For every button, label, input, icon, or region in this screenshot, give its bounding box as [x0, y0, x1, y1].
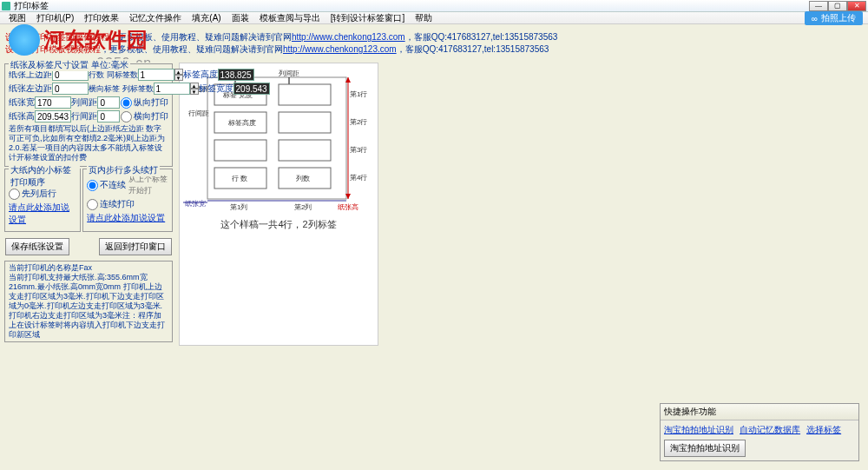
col-gap-input[interactable] — [97, 96, 120, 109]
row-gap-input[interactable] — [97, 110, 120, 122]
svg-text:第1行: 第1行 — [350, 90, 367, 98]
quick-actions-panel: 快捷操作功能 淘宝拍拍地址识别 自动记忆数据库 选择标签 淘宝拍拍地址识别 — [660, 403, 859, 461]
return-print-window-button[interactable]: 返回到打印窗口 — [99, 238, 172, 255]
quick-link-taobao[interactable]: 淘宝拍拍地址识别 — [664, 425, 733, 434]
no-continue-radio[interactable] — [87, 180, 98, 191]
menu-face[interactable]: 面装 — [227, 12, 254, 24]
svg-text:标签高度: 标签高度 — [227, 119, 256, 127]
menu-view[interactable]: 视图 — [3, 12, 31, 24]
print-order-group: 大纸内的小标签打印顺序 先行后列 先列后行 请点此处添加说设置 — [4, 169, 81, 232]
svg-rect-10 — [279, 84, 331, 105]
menu-print-effect[interactable]: 打印效果 — [79, 12, 124, 24]
paper-height-input[interactable] — [35, 110, 71, 122]
minimize-button[interactable]: — — [809, 1, 828, 11]
svg-text:第2行: 第2行 — [350, 118, 367, 126]
quick-taobao-button[interactable]: 淘宝拍拍地址识别 — [664, 440, 746, 457]
tag-height-input[interactable] — [218, 69, 254, 81]
paper-left-margin-input[interactable] — [52, 83, 89, 95]
quick-link-memory-db[interactable]: 自动记忆数据库 — [740, 425, 800, 434]
landscape-radio[interactable] — [121, 111, 132, 122]
cols-input[interactable] — [154, 83, 190, 95]
svg-rect-13 — [214, 140, 266, 161]
svg-text:纸张宽: 纸张宽 — [185, 200, 206, 208]
upload-photo-button[interactable]: ∞ 拍照上传 — [805, 11, 863, 25]
help-text: 设计、打印标签的操作教程，更多模板、使用教程、疑难问题解决请到官网http://… — [5, 31, 557, 56]
menu-template-export[interactable]: 模板查阅与导出 — [254, 12, 326, 24]
rows-input[interactable] — [138, 69, 174, 81]
continue-print-group: 页内步行多头续打 不连续 从上个标签开始打 连续打印 请点此处添加说设置 — [82, 169, 173, 232]
diagram-caption: 这个样稿一共4行，2列标签 — [183, 218, 374, 231]
paper-label-size-group: 纸张及标签尺寸设置 单位:毫米 纸张上边距 行数 同标签数 ▲▼ 标签高度 纸张… — [4, 63, 173, 167]
save-paper-settings-button[interactable]: 保存纸张设置 — [5, 238, 69, 255]
share-icon: ∞ — [812, 14, 818, 23]
window-title: 打印标签 — [14, 0, 49, 12]
quick-link-select-label[interactable]: 选择标签 — [806, 425, 841, 434]
continue-settings-link[interactable]: 请点此处添加说设置 — [87, 212, 165, 224]
svg-text:行间距: 行间距 — [188, 109, 209, 117]
quick-panel-title: 快捷操作功能 — [661, 404, 858, 420]
order-col-first-radio[interactable] — [9, 189, 20, 200]
menu-printer[interactable]: 打印机(P) — [31, 12, 79, 24]
svg-text:行 数: 行 数 — [232, 175, 247, 182]
svg-text:纸张高: 纸张高 — [338, 203, 358, 211]
paper-width-input[interactable] — [35, 96, 71, 109]
portrait-radio[interactable] — [121, 97, 132, 109]
svg-rect-14 — [279, 140, 331, 161]
svg-rect-12 — [279, 112, 331, 133]
close-button[interactable]: ✕ — [847, 1, 866, 11]
rows-up[interactable]: ▲ — [174, 69, 183, 75]
app-icon — [2, 2, 10, 10]
order-settings-link[interactable]: 请点此处添加说设置 — [9, 202, 76, 226]
rows-down[interactable]: ▼ — [174, 75, 183, 81]
svg-text:第4行: 第4行 — [350, 174, 367, 182]
svg-text:列数: 列数 — [296, 175, 310, 182]
official-link-1[interactable]: http://www.chenkong123.com — [292, 32, 405, 42]
menu-goto-design[interactable]: [转到设计标签窗口] — [326, 12, 411, 24]
menu-help[interactable]: 帮助 — [410, 12, 437, 24]
official-link-2[interactable]: http://www.chenkong123.com — [283, 44, 397, 54]
menu-memory-file[interactable]: 记忆文件操作 — [124, 12, 187, 24]
cols-up[interactable]: ▲ — [190, 83, 199, 89]
continue-radio[interactable] — [87, 199, 98, 210]
svg-text:第3行: 第3行 — [350, 146, 367, 154]
svg-text:第2列: 第2列 — [294, 203, 312, 211]
size-note: 若所有项目都填写以后(上边距纸左边距 数字可正可负,比如所有空都填2.2毫米)则… — [9, 124, 168, 162]
cols-down[interactable]: ▼ — [190, 89, 199, 95]
svg-text:列间距: 列间距 — [279, 70, 299, 77]
menu-fill[interactable]: 填充(A) — [187, 12, 226, 24]
maximize-button[interactable]: ▢ — [828, 1, 847, 11]
layout-diagram: 纸张宽 左边距 列间距 上边距 行间距 标签 宽度 标签高度 行 数 列数 第1… — [179, 63, 378, 346]
printer-info-box: 当前打印机的名称是Fax 当前打印机支持最大纸张.高:355.6mm宽216mm… — [4, 261, 173, 342]
svg-text:第1列: 第1列 — [230, 203, 247, 211]
tag-width-input[interactable] — [233, 83, 270, 95]
